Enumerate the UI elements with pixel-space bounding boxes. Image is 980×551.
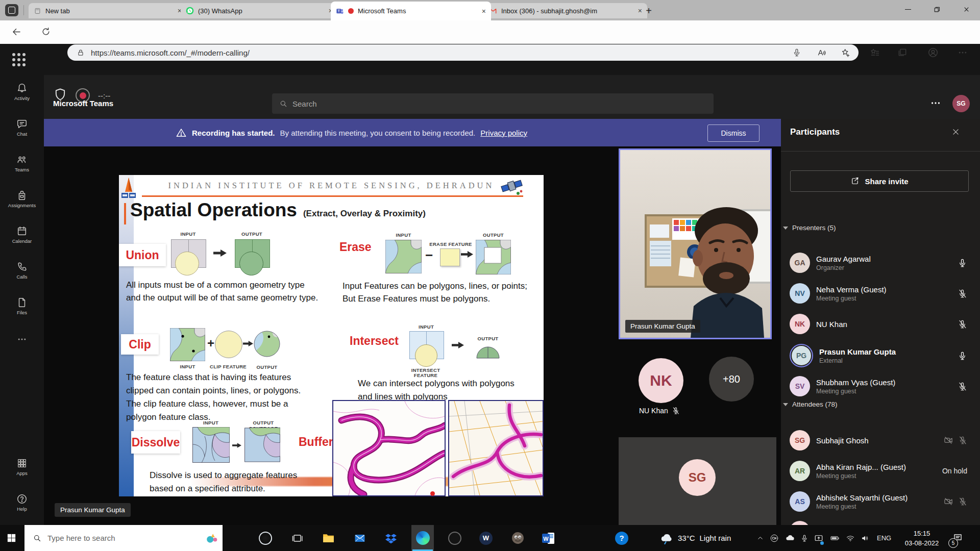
favorites-bar-icon[interactable] [870, 47, 880, 58]
participant-row-abhishek[interactable]: AS Abhishek Satyarthi (Guest)Meeting gue… [790, 487, 971, 516]
teams-header-more-icon[interactable] [930, 97, 941, 109]
address-bar[interactable]: https://teams.microsoft.com/_#/modern-ca… [67, 44, 859, 61]
clip-label-box: Clip [121, 334, 159, 355]
buffer-map-left [332, 400, 446, 496]
tray-meet-now[interactable] [770, 525, 779, 551]
taskbar-app-cortana[interactable] [254, 525, 277, 551]
slide-subtitle: (Extract, Overlay & Proximity) [303, 209, 426, 219]
taskbar-search-input[interactable]: Type here to search [24, 525, 223, 551]
muted-mic-icon[interactable] [958, 382, 967, 391]
dissolve-input-map [192, 427, 230, 463]
intersect-arrow-icon [452, 341, 464, 349]
read-aloud-icon[interactable] [817, 48, 826, 58]
tray-wifi[interactable] [846, 525, 855, 551]
taskbar-weather[interactable]: 33°C Light rain [659, 525, 731, 551]
audio-tile-nk[interactable]: NK [639, 358, 683, 403]
taskbar-app-dark-circle[interactable] [444, 525, 466, 551]
taskbar-app-mail[interactable] [349, 525, 371, 551]
mic-on-icon[interactable] [958, 351, 967, 361]
overflow-count-tile[interactable]: +80 [709, 357, 754, 402]
new-tab-button[interactable]: + [642, 4, 655, 17]
participant-row-abha[interactable]: AR Abha Kiran Rajp... (Guest)Meeting gue… [790, 457, 971, 485]
taskbar-app-gethelp[interactable]: ? [610, 525, 633, 551]
clip-feature-label: CLIP FEATURE [210, 364, 247, 369]
muted-mic-icon[interactable] [958, 289, 967, 298]
intersect-feature-circle [415, 344, 437, 367]
taskbar-app-explorer[interactable] [317, 525, 339, 551]
browser-menu-icon[interactable] [958, 47, 968, 58]
participant-row-subhajit[interactable]: SG Subhajit Ghosh [790, 426, 971, 455]
rail-item-files[interactable]: Files [0, 297, 44, 315]
taskbar-app-word[interactable]: W [537, 525, 560, 551]
taskbar-app-dropbox[interactable] [380, 525, 402, 551]
rail-item-chat[interactable]: Chat [0, 118, 44, 137]
taskbar-app-gimp[interactable] [506, 525, 529, 551]
tab-gmail-inbox[interactable]: Inbox (306) - subhajit.ghosh@im × [484, 3, 647, 18]
video-tile-sg[interactable]: SG [619, 437, 776, 525]
clip-input-label: INPUT [170, 364, 205, 369]
tab-whatsapp[interactable]: (30) WhatsApp × [181, 3, 338, 18]
clip-text-2: clipped can contain points, lines, or po… [126, 384, 301, 397]
participant-row-prasun[interactable]: PG Prasun Kumar GuptaExternal [790, 341, 971, 370]
participant-row-nukhan[interactable]: NK NU Khan [790, 310, 971, 338]
tray-volume[interactable] [861, 525, 870, 551]
dismiss-button[interactable]: Dismiss [707, 124, 760, 142]
rail-item-teams[interactable]: Teams [0, 154, 44, 172]
tray-expand-button[interactable] [756, 525, 764, 551]
tray-clock[interactable]: 15:15 03-08-2022 [899, 529, 944, 548]
participant-row-shubham[interactable]: SV Shubham Vyas (Guest)Meeting guest [790, 372, 971, 400]
tab-microsoft-teams[interactable]: T Microsoft Teams × [331, 2, 491, 20]
collections-icon[interactable] [897, 47, 908, 58]
taskbar-app-taskview[interactable] [286, 525, 308, 551]
participant-row-gaurav[interactable]: GA Gaurav AgarwalOrganizer [790, 248, 971, 277]
taskbar-app-w[interactable]: W [475, 525, 497, 551]
tab-new-tab[interactable]: New tab × [29, 3, 187, 18]
tray-battery[interactable] [830, 525, 840, 551]
refresh-button[interactable] [41, 27, 51, 37]
rail-item-activity[interactable]: Activity [0, 83, 44, 101]
window-minimize-button[interactable] [897, 1, 919, 17]
participant-row-neha[interactable]: NV Neha Verma (Guest)Meeting guest [790, 279, 971, 308]
video-tile-prasun[interactable]: Prasun Kumar Gupta [619, 148, 772, 339]
search-highlights-icon[interactable] [205, 532, 218, 545]
rail-item-assignments[interactable]: Assignments [0, 190, 44, 208]
rail-item-calls[interactable]: Calls [0, 261, 44, 280]
sg-avatar: SG [679, 459, 716, 496]
rail-item-calendar[interactable]: Calendar [0, 226, 44, 244]
dissolve-arrow-icon [232, 442, 241, 448]
action-center-button[interactable]: 5 [952, 525, 963, 551]
window-close-button[interactable] [955, 1, 977, 17]
window-restore-button[interactable] [925, 1, 948, 17]
app-launcher-icon[interactable] [12, 53, 26, 66]
tray-microphone[interactable] [800, 525, 808, 551]
voice-search-icon[interactable] [792, 48, 801, 57]
teams-search-input[interactable]: Search [272, 93, 714, 114]
teams-profile-avatar[interactable]: SG [952, 95, 970, 112]
browser-profile-icon[interactable] [927, 47, 939, 58]
muted-mic-icon[interactable] [958, 319, 967, 329]
rail-more-apps[interactable] [0, 334, 44, 344]
start-button[interactable] [0, 525, 22, 551]
buffer-map-right [448, 400, 544, 496]
workspaces-button[interactable] [5, 4, 18, 16]
participant-row-amit[interactable]: AK AMIT KUMAR [790, 517, 971, 525]
attendees-header[interactable]: Attendees (78) [783, 400, 838, 408]
back-button[interactable] [11, 27, 22, 37]
tray-display-connect[interactable] [814, 525, 823, 551]
presenters-header[interactable]: Presenters (5) [783, 224, 836, 232]
add-favorite-icon[interactable] [841, 48, 850, 58]
rail-item-apps[interactable]: Apps [0, 458, 44, 476]
taskbar-app-edge-active[interactable] [411, 525, 434, 551]
panel-close-icon[interactable] [951, 128, 960, 136]
share-invite-icon [850, 177, 860, 186]
mic-on-icon[interactable] [958, 258, 967, 268]
rail-item-help[interactable]: Help [0, 493, 44, 512]
privacy-policy-link[interactable]: Privacy policy [480, 129, 527, 137]
union-input-circle [175, 252, 199, 276]
word-icon: W [542, 532, 555, 545]
shared-slide: INDIAN INSTITUTE OF REMOTE SENSING, DEHR… [119, 175, 544, 496]
share-invite-button[interactable]: Share invite [790, 170, 969, 192]
tab-close-icon[interactable]: × [481, 7, 487, 15]
tray-language[interactable]: ENG [877, 525, 891, 551]
tray-onedrive[interactable] [785, 525, 795, 551]
